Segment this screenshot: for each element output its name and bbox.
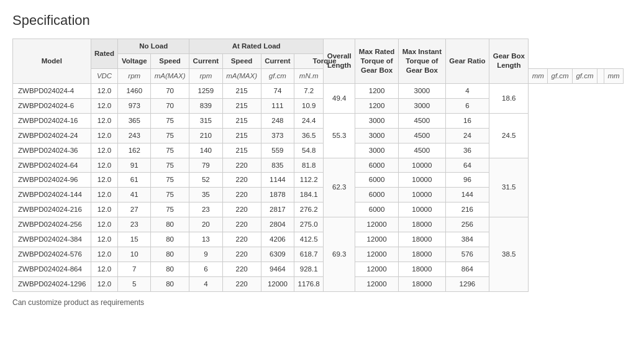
unit-torque-gf: gf.cm	[261, 68, 294, 83]
cell-gearbox-length: 38.5	[489, 217, 529, 292]
cell-nl-current: 75	[151, 173, 189, 188]
cell-torque-gf: 12000	[261, 277, 294, 292]
cell-rl-speed: 315	[189, 113, 223, 128]
cell-torque-gf: 559	[261, 143, 294, 158]
unit-max-instant: gf.cm	[573, 68, 597, 83]
cell-nl-speed: 243	[118, 128, 151, 143]
unit-voltage: VDC	[91, 68, 118, 83]
cell-voltage: 12.0	[91, 277, 118, 292]
cell-nl-current: 80	[151, 262, 189, 277]
cell-voltage: 12.0	[91, 143, 118, 158]
cell-rl-speed: 1259	[189, 83, 223, 98]
specification-table: Model Rated No Load At Rated Load Overal…	[12, 39, 624, 292]
col-gearbox-length: Gear BoxLength	[489, 39, 529, 84]
cell-max-instant: 3000	[399, 83, 446, 98]
cell-rl-current: 220	[222, 188, 261, 202]
cell-nl-current: 75	[151, 143, 189, 158]
cell-max-rated: 12000	[355, 217, 399, 232]
cell-overall-length: 55.3	[324, 113, 355, 158]
cell-nl-current: 75	[151, 188, 189, 202]
cell-rl-current: 220	[222, 232, 261, 247]
cell-voltage: 12.0	[91, 232, 118, 247]
cell-gear-ratio: 64	[445, 158, 489, 173]
cell-gear-ratio: 1296	[445, 277, 489, 292]
cell-torque-mn: 54.8	[294, 143, 324, 158]
cell-gear-ratio: 864	[445, 262, 489, 277]
cell-torque-gf: 74	[261, 83, 294, 98]
cell-max-rated: 1200	[355, 83, 399, 98]
cell-rl-current: 220	[222, 277, 261, 292]
cell-voltage: 12.0	[91, 262, 118, 277]
cell-torque-gf: 373	[261, 128, 294, 143]
cell-rl-current: 215	[222, 143, 261, 158]
cell-rl-speed: 839	[189, 98, 223, 113]
cell-gear-ratio: 16	[445, 113, 489, 128]
cell-overall-length: 62.3	[324, 158, 355, 217]
cell-gear-ratio: 36	[445, 143, 489, 158]
cell-torque-gf: 1144	[261, 173, 294, 188]
cell-max-rated: 3000	[355, 143, 399, 158]
table-row-model: ZWBPD024024-384	[13, 232, 91, 247]
cell-rl-speed: 35	[189, 188, 223, 202]
cell-rl-current: 220	[222, 158, 261, 173]
cell-torque-mn: 36.5	[294, 128, 324, 143]
cell-max-instant: 18000	[399, 277, 446, 292]
cell-max-rated: 3000	[355, 128, 399, 143]
cell-gear-ratio: 256	[445, 217, 489, 232]
cell-nl-speed: 41	[118, 188, 151, 202]
cell-torque-mn: 10.9	[294, 98, 324, 113]
table-row-model: ZWBPD024024-36	[13, 143, 91, 158]
cell-max-instant: 10000	[399, 188, 446, 202]
cell-nl-current: 80	[151, 217, 189, 232]
cell-torque-mn: 1176.8	[294, 277, 324, 292]
cell-gear-ratio: 4	[445, 83, 489, 98]
table-row-model: ZWBPD024024-96	[13, 173, 91, 188]
subheader-rl-current: Current	[261, 53, 294, 68]
cell-gear-ratio: 576	[445, 247, 489, 262]
cell-rl-speed: 79	[189, 158, 223, 173]
cell-rl-current: 220	[222, 262, 261, 277]
cell-gear-ratio: 24	[445, 128, 489, 143]
cell-gear-ratio: 6	[445, 98, 489, 113]
cell-voltage: 12.0	[91, 113, 118, 128]
cell-rl-speed: 210	[189, 128, 223, 143]
cell-max-instant: 18000	[399, 217, 446, 232]
table-row-model: ZWBPD024024-1296	[13, 277, 91, 292]
cell-max-instant: 10000	[399, 202, 446, 217]
table-row-model: ZWBPD024024-256	[13, 217, 91, 232]
cell-gearbox-length: 31.5	[489, 158, 529, 217]
cell-voltage: 12.0	[91, 158, 118, 173]
cell-nl-speed: 365	[118, 113, 151, 128]
cell-nl-speed: 91	[118, 158, 151, 173]
table-row-model: ZWBPD024024-4	[13, 83, 91, 98]
cell-overall-length: 69.3	[324, 217, 355, 292]
unit-max-rated: gf.cm	[548, 68, 573, 83]
unit-torque-mn: mN.m	[294, 68, 324, 83]
cell-torque-gf: 6309	[261, 247, 294, 262]
cell-nl-speed: 973	[118, 98, 151, 113]
cell-torque-gf: 111	[261, 98, 294, 113]
cell-rl-speed: 52	[189, 173, 223, 188]
cell-max-rated: 6000	[355, 188, 399, 202]
cell-torque-mn: 276.2	[294, 202, 324, 217]
cell-max-rated: 1200	[355, 98, 399, 113]
cell-nl-speed: 162	[118, 143, 151, 158]
unit-gb-length: mm	[604, 68, 624, 83]
table-row-model: ZWBPD024024-144	[13, 188, 91, 202]
table-row-model: ZWBPD024024-16	[13, 113, 91, 128]
subheader-voltage: Voltage	[118, 53, 151, 68]
cell-max-rated: 12000	[355, 232, 399, 247]
cell-gearbox-length: 24.5	[489, 113, 529, 158]
cell-nl-current: 75	[151, 128, 189, 143]
subheader-nl-current: Current	[189, 53, 223, 68]
cell-gear-ratio: 144	[445, 188, 489, 202]
cell-torque-mn: 81.8	[294, 158, 324, 173]
cell-rl-speed: 140	[189, 143, 223, 158]
cell-rl-current: 215	[222, 98, 261, 113]
cell-torque-gf: 9464	[261, 262, 294, 277]
cell-max-instant: 3000	[399, 98, 446, 113]
cell-gear-ratio: 96	[445, 173, 489, 188]
cell-max-instant: 4500	[399, 143, 446, 158]
cell-torque-mn: 184.1	[294, 188, 324, 202]
cell-nl-current: 80	[151, 247, 189, 262]
